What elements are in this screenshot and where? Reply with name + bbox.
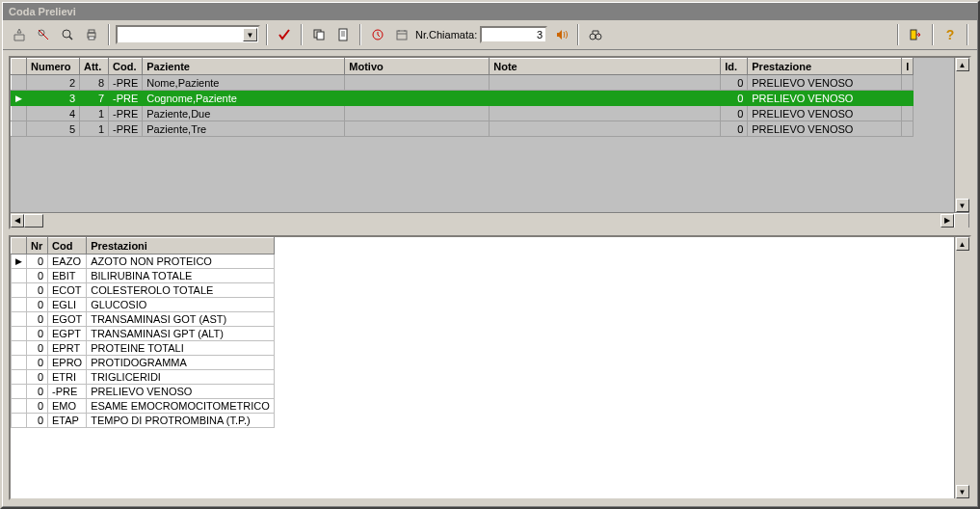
toolbar-separator bbox=[577, 24, 579, 45]
horizontal-scrollbar[interactable]: ◀ ▶ bbox=[11, 212, 969, 228]
col-header[interactable]: Nr bbox=[27, 238, 48, 254]
col-header[interactable]: Paziente bbox=[143, 59, 345, 75]
svg-rect-5 bbox=[314, 30, 321, 38]
toolbar-separator bbox=[932, 24, 934, 45]
table-row[interactable]: ▶0EAZOAZOTO NON PROTEICO bbox=[12, 254, 275, 269]
vertical-scrollbar[interactable]: ▲ ▼ bbox=[954, 58, 969, 212]
col-header[interactable] bbox=[12, 59, 27, 75]
prestazioni-grid-panel: NrCodPrestazioni▶0EAZOAZOTO NON PROTEICO… bbox=[9, 235, 971, 500]
table-row[interactable]: 0EGLIGLUCOSIO bbox=[12, 298, 275, 312]
scroll-left-icon[interactable]: ◀ bbox=[11, 214, 24, 228]
svg-rect-3 bbox=[89, 30, 94, 33]
chevron-down-icon[interactable]: ▼ bbox=[243, 28, 257, 41]
svg-rect-2 bbox=[88, 33, 95, 38]
svg-rect-7 bbox=[339, 29, 347, 40]
nr-chiamata-input[interactable] bbox=[480, 26, 547, 43]
svg-rect-4 bbox=[89, 37, 94, 40]
clock-icon[interactable] bbox=[367, 24, 388, 45]
print-icon[interactable] bbox=[81, 24, 102, 45]
calendar-icon[interactable] bbox=[391, 24, 412, 45]
table-row[interactable]: 0EBITBILIRUBINA TOTALE bbox=[12, 269, 275, 283]
nr-chiamata-label: Nr.Chiamata: bbox=[415, 29, 477, 40]
col-header[interactable]: Note bbox=[490, 59, 721, 75]
table-row[interactable]: 0ETRITRIGLICERIDI bbox=[12, 370, 275, 385]
table-row[interactable]: 0-PREPRELIEVO VENOSO bbox=[12, 385, 275, 399]
toolbar-separator bbox=[897, 24, 899, 45]
svg-point-8 bbox=[373, 30, 383, 40]
vertical-scrollbar[interactable]: ▲ ▼ bbox=[954, 237, 969, 498]
svg-point-0 bbox=[39, 30, 44, 36]
scroll-down-icon[interactable]: ▼ bbox=[956, 485, 969, 498]
scroll-up-icon[interactable]: ▲ bbox=[956, 237, 969, 251]
col-header[interactable]: Numero bbox=[27, 59, 80, 75]
toolbar-separator bbox=[967, 24, 968, 45]
col-header[interactable]: Prestazioni bbox=[87, 238, 275, 254]
table-row[interactable]: 0ECOTCOLESTEROLO TOTALE bbox=[12, 283, 275, 298]
exit-icon[interactable] bbox=[905, 24, 926, 45]
table-row[interactable]: 0ETAPTEMPO DI PROTROMBINA (T.P.) bbox=[12, 414, 275, 428]
svg-rect-9 bbox=[397, 31, 407, 40]
col-header[interactable] bbox=[12, 238, 27, 254]
window-title: Coda Prelievi bbox=[3, 3, 977, 20]
combo-select[interactable]: ▼ bbox=[116, 25, 260, 44]
col-header[interactable]: Prestazione bbox=[748, 59, 902, 75]
check-icon[interactable] bbox=[274, 24, 295, 45]
col-header[interactable]: I bbox=[902, 59, 914, 75]
table-row[interactable]: 51-PREPaziente,Tre0PRELIEVO VENOSO bbox=[12, 121, 914, 137]
toolbar-separator bbox=[301, 24, 303, 45]
document-icon[interactable] bbox=[332, 24, 354, 45]
col-header[interactable]: Cod. bbox=[109, 59, 143, 75]
scroll-down-icon[interactable]: ▼ bbox=[956, 199, 969, 212]
tool-icon-1[interactable] bbox=[9, 24, 30, 45]
toolbar: ▼ Nr.Chiamata: ? bbox=[3, 20, 977, 50]
binoculars-icon[interactable] bbox=[585, 24, 606, 45]
speaker-icon[interactable] bbox=[550, 24, 571, 45]
table-row[interactable]: 41-PREPaziente,Due0PRELIEVO VENOSO bbox=[12, 106, 914, 121]
table-row[interactable]: 0EGOTTRANSAMINASI GOT (AST) bbox=[12, 312, 275, 327]
col-header[interactable]: Motivo bbox=[345, 59, 490, 75]
tool-icon-2[interactable] bbox=[33, 24, 54, 45]
table-row[interactable]: 0EPRTPROTEINE TOTALI bbox=[12, 341, 275, 356]
prestazioni-table[interactable]: NrCodPrestazioni▶0EAZOAZOTO NON PROTEICO… bbox=[11, 237, 275, 428]
svg-point-11 bbox=[596, 34, 601, 40]
table-row[interactable]: 0EGPTTRANSAMINASI GPT (ALT) bbox=[12, 327, 275, 341]
queue-grid-panel: NumeroAtt.Cod.PazienteMotivoNoteId.Prest… bbox=[9, 56, 971, 229]
col-header[interactable]: Cod bbox=[48, 238, 87, 254]
toolbar-separator bbox=[359, 24, 361, 45]
table-row[interactable]: 0EMOESAME EMOCROMOCITOMETRICO bbox=[12, 399, 275, 414]
queue-table[interactable]: NumeroAtt.Cod.PazienteMotivoNoteId.Prest… bbox=[11, 58, 914, 137]
table-row[interactable]: ▶37-PRECognome,Paziente0PRELIEVO VENOSO bbox=[12, 91, 914, 106]
svg-rect-12 bbox=[911, 30, 916, 40]
scroll-up-icon[interactable]: ▲ bbox=[956, 58, 969, 71]
help-icon[interactable]: ? bbox=[940, 24, 961, 45]
svg-point-10 bbox=[590, 34, 596, 40]
toolbar-separator bbox=[266, 24, 268, 45]
table-row[interactable]: 0EPROPROTIDOGRAMMA bbox=[12, 356, 275, 370]
svg-rect-6 bbox=[317, 32, 324, 40]
zoom-icon[interactable] bbox=[57, 24, 78, 45]
scroll-right-icon[interactable]: ▶ bbox=[940, 214, 954, 228]
table-row[interactable]: 28-PRENome,Paziente0PRELIEVO VENOSO bbox=[12, 75, 914, 91]
svg-point-1 bbox=[63, 30, 70, 38]
toolbar-separator bbox=[108, 24, 110, 45]
col-header[interactable]: Id. bbox=[721, 59, 748, 75]
scroll-thumb[interactable] bbox=[24, 214, 43, 228]
col-header[interactable]: Att. bbox=[80, 59, 109, 75]
copy-icon[interactable] bbox=[308, 24, 330, 45]
